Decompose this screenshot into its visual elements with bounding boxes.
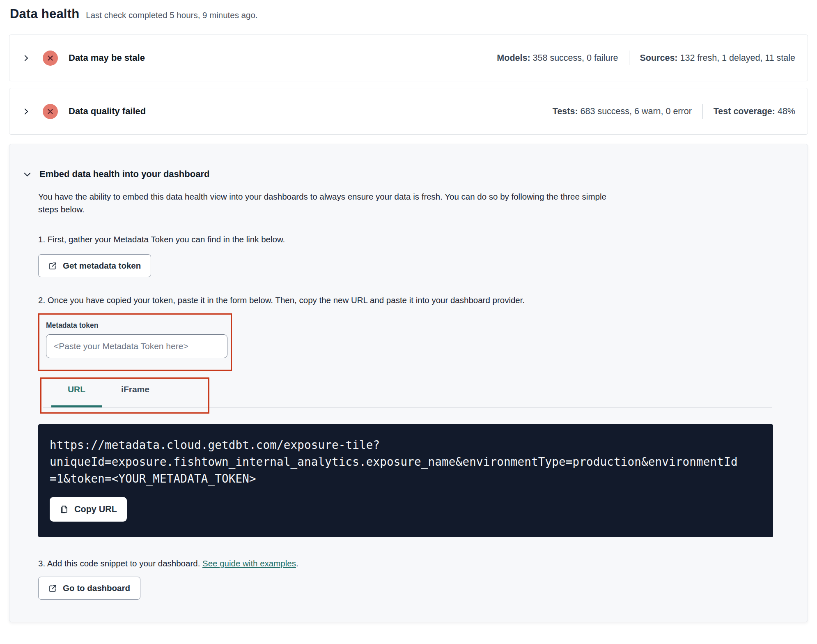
step3-text: 3. Add this code snippet to your dashboa… <box>38 559 779 568</box>
embed-url-code-block: https://metadata.cloud.getdbt.com/exposu… <box>38 424 773 537</box>
code-line: https://metadata.cloud.getdbt.com/exposu… <box>50 437 763 453</box>
quality-card-stats: Tests: 683 success, 6 warn, 0 error Test… <box>553 104 795 119</box>
step2-text: 2. Once you have copied your token, past… <box>38 295 779 305</box>
models-stat: Models: 358 success, 0 failure <box>497 53 618 63</box>
code-line: =1&token=<YOUR_METADATA_TOKEN> <box>50 470 763 487</box>
embed-panel-header[interactable]: Embed data health into your dashboard <box>23 169 779 179</box>
sources-stat-value: 132 fresh, 1 delayed, 11 stale <box>678 53 795 63</box>
sources-stat: Sources: 132 fresh, 1 delayed, 11 stale <box>640 53 795 63</box>
stat-divider <box>629 51 629 65</box>
coverage-stat-value: 48% <box>775 106 795 116</box>
page-title: Data health <box>10 7 79 21</box>
page-header: Data health Last check completed 5 hours… <box>9 7 808 21</box>
step3-text-before: 3. Add this code snippet to your dashboa… <box>38 559 202 568</box>
last-check-status: Last check completed 5 hours, 9 minutes … <box>86 10 257 20</box>
coverage-stat: Test coverage: 48% <box>714 106 795 117</box>
quality-card-title: Data quality failed <box>69 106 146 117</box>
stale-card-title: Data may be stale <box>69 53 145 63</box>
data-health-page: Data health Last check completed 5 hours… <box>0 0 817 644</box>
chevron-right-icon[interactable] <box>22 107 30 116</box>
get-metadata-token-label: Get metadata token <box>63 261 141 271</box>
quality-card-header[interactable]: Data quality failed Tests: 683 success, … <box>9 88 808 134</box>
models-stat-value: 358 success, 0 failure <box>530 53 618 63</box>
metadata-token-input[interactable] <box>46 334 227 358</box>
stale-data-card: Data may be stale Models: 358 success, 0… <box>9 34 808 81</box>
error-status-icon <box>43 104 58 119</box>
sources-stat-label: Sources: <box>640 53 678 63</box>
embed-panel: Embed data health into your dashboard Yo… <box>9 144 808 622</box>
copy-url-button[interactable]: Copy URL <box>50 497 127 522</box>
coverage-stat-label: Test coverage: <box>714 106 775 116</box>
data-quality-card: Data quality failed Tests: 683 success, … <box>9 88 808 135</box>
guide-link[interactable]: See guide with examples <box>202 559 296 568</box>
get-metadata-token-button[interactable]: Get metadata token <box>38 254 151 277</box>
stale-card-stats: Models: 358 success, 0 failure Sources: … <box>497 51 795 65</box>
embed-description: You have the ability to embed this data … <box>38 190 617 216</box>
external-link-icon <box>48 262 57 270</box>
token-annotation-box: Metadata token <box>38 313 232 371</box>
copy-url-label: Copy URL <box>74 504 117 515</box>
external-link-icon <box>48 584 57 593</box>
embed-panel-title: Embed data health into your dashboard <box>39 169 209 179</box>
tests-stat-label: Tests: <box>553 106 578 116</box>
error-status-icon <box>43 51 58 66</box>
output-tabs: URL iFrame <box>51 384 161 407</box>
tab-iframe[interactable]: iFrame <box>110 384 161 407</box>
token-field-label: Metadata token <box>46 321 231 330</box>
tests-stat-value: 683 success, 6 warn, 0 error <box>578 106 692 116</box>
stale-card-header[interactable]: Data may be stale Models: 358 success, 0… <box>9 35 808 81</box>
copy-icon <box>60 505 69 514</box>
chevron-right-icon[interactable] <box>22 54 30 62</box>
models-stat-label: Models: <box>497 53 530 63</box>
stat-divider <box>702 104 703 119</box>
step3-text-after: . <box>296 559 298 568</box>
go-to-dashboard-label: Go to dashboard <box>63 583 130 593</box>
tab-url[interactable]: URL <box>51 384 102 407</box>
chevron-down-icon[interactable] <box>23 170 32 179</box>
go-to-dashboard-button[interactable]: Go to dashboard <box>38 577 140 600</box>
step1-text: 1. First, gather your Metadata Token you… <box>38 235 779 244</box>
code-line: uniqueId=exposure.fishtown_internal_anal… <box>50 453 763 470</box>
tests-stat: Tests: 683 success, 6 warn, 0 error <box>553 106 692 117</box>
output-tabs-region: URL iFrame <box>38 376 779 414</box>
